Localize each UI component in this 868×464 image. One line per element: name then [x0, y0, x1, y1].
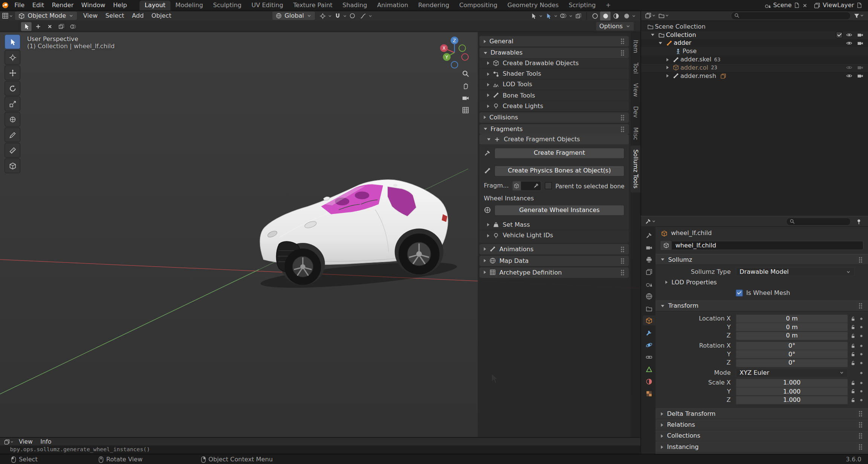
mode-dropdown[interactable]: Object Mode	[14, 11, 78, 20]
cursor-tool[interactable]	[5, 50, 21, 65]
panel-general[interactable]: General	[479, 36, 629, 47]
drag-handle-icon[interactable]	[859, 256, 862, 263]
workspace-tab-layout[interactable]: Layout	[140, 0, 170, 10]
object-id-icon[interactable]	[660, 240, 672, 251]
sidebar-tab-dev[interactable]: Dev	[631, 102, 640, 122]
tab-material[interactable]	[643, 376, 656, 386]
parent-to-bone-checkbox[interactable]	[545, 182, 552, 189]
panel-collisions[interactable]: Collisions	[479, 112, 629, 123]
outliner-display-mode-icon[interactable]	[658, 11, 669, 20]
workspace-tab-rendering[interactable]: Rendering	[413, 0, 454, 10]
scene-selector[interactable]: Scene	[762, 2, 810, 9]
lock-icon[interactable]	[848, 351, 857, 357]
menu-select[interactable]: Select	[101, 12, 128, 19]
lock-icon[interactable]	[848, 389, 857, 394]
generate-wheel-instances-button[interactable]: Generate Wheel Instances	[494, 205, 624, 216]
subpanel-lod-properties[interactable]: LOD Properties	[656, 276, 868, 288]
navigation-gizmo[interactable]: Z X Y	[440, 37, 468, 68]
tab-render[interactable]	[643, 243, 656, 252]
tab-object[interactable]	[643, 316, 656, 325]
measure-tool[interactable]	[5, 143, 21, 158]
add-workspace-button[interactable]: +	[601, 0, 616, 10]
animate-dot[interactable]	[857, 317, 865, 320]
menu-help[interactable]: Help	[109, 2, 131, 9]
subpanel-vehicle-light-ids[interactable]: Vehicle Light IDs	[479, 230, 629, 241]
panel-collections[interactable]: Collections	[656, 430, 868, 441]
outliner-search-input[interactable]	[742, 12, 848, 19]
location-y-field[interactable]: 0 m	[736, 323, 848, 332]
tree-row-adder[interactable]: adder	[641, 39, 868, 47]
pivot-point-icon[interactable]	[317, 11, 328, 20]
car-object[interactable]	[260, 180, 457, 293]
panel-relations[interactable]: Relations	[656, 419, 868, 430]
new-viewlayer-icon[interactable]	[856, 2, 862, 8]
location-x-field[interactable]: 0 m	[736, 314, 848, 323]
drag-handle-icon[interactable]	[620, 50, 624, 56]
subpanel-create-fragment-objects[interactable]: Create Fragment Objects	[479, 134, 629, 145]
panel-animations[interactable]: Animations	[479, 244, 629, 255]
scale-y-field[interactable]: 1.000	[736, 387, 848, 396]
tree-row-adder-skel[interactable]: adder.skel 63	[641, 55, 868, 64]
drag-handle-icon[interactable]	[620, 126, 624, 132]
lock-icon[interactable]	[848, 316, 857, 321]
disable-in-render-icon[interactable]	[855, 32, 865, 38]
workspace-tab-compositing[interactable]: Compositing	[454, 0, 503, 10]
menu-file[interactable]: File	[11, 2, 29, 9]
tab-output[interactable]	[643, 255, 656, 264]
panel-instancing[interactable]: Instancing	[656, 441, 868, 452]
unlink-scene-icon[interactable]	[802, 3, 808, 8]
properties-search-input[interactable]	[797, 218, 848, 225]
panel-delta-transform[interactable]: Delta Transform	[656, 408, 868, 419]
fragment-object-field[interactable]	[512, 181, 541, 191]
animate-dot[interactable]	[857, 353, 865, 355]
sidebar-tab-view[interactable]: View	[631, 79, 640, 101]
rotation-mode-dropdown[interactable]: XYZ Euler	[736, 368, 848, 377]
eyedropper-icon[interactable]	[533, 183, 539, 189]
transform-tool[interactable]	[5, 112, 21, 127]
snap-magnet-icon[interactable]	[332, 11, 343, 20]
subpanel-create-drawable-objects[interactable]: Create Drawable Objects	[479, 58, 629, 69]
lock-icon[interactable]	[848, 324, 857, 330]
overlays-chevron-icon[interactable]	[568, 14, 573, 18]
workspace-tab-geometry-nodes[interactable]: Geometry Nodes	[502, 0, 564, 10]
workspace-tab-texture-paint[interactable]: Texture Paint	[288, 0, 338, 10]
animate-dot[interactable]	[857, 390, 865, 392]
lock-icon[interactable]	[848, 333, 857, 339]
create-physics-bones-button[interactable]: Create Physics Bones at Object(s)	[494, 165, 624, 176]
sidebar-tab-tool[interactable]: Tool	[631, 59, 640, 78]
disable-in-render-icon[interactable]	[855, 40, 865, 47]
tab-physics[interactable]	[643, 340, 656, 350]
select-mode-intersect-icon[interactable]	[67, 22, 78, 31]
drag-handle-icon[interactable]	[620, 246, 624, 252]
annotate-tool[interactable]	[5, 127, 21, 142]
animate-dot[interactable]	[857, 326, 865, 328]
tree-row-adder-mesh[interactable]: adder.mesh	[641, 72, 868, 80]
sidebar-tab-item[interactable]: Item	[631, 36, 640, 57]
tab-scene[interactable]	[643, 279, 656, 289]
rotation-z-field[interactable]: 0°	[736, 358, 848, 367]
animate-dot[interactable]	[857, 399, 865, 401]
location-z-field[interactable]: 0 m	[736, 331, 848, 340]
hide-in-viewport-icon[interactable]	[844, 73, 854, 79]
selectability-icon[interactable]	[528, 11, 539, 20]
tab-world[interactable]	[643, 291, 656, 301]
selectability-chevron-icon[interactable]	[539, 14, 543, 18]
panel-fragments[interactable]: Fragments	[479, 124, 629, 134]
drag-handle-icon[interactable]	[859, 303, 862, 309]
rotation-x-field[interactable]: 0°	[736, 341, 848, 350]
tree-row-adder-col[interactable]: adder.col 23	[641, 64, 868, 72]
shading-rendered-icon[interactable]	[621, 11, 632, 20]
info-menu-info[interactable]: Info	[38, 438, 54, 445]
object-name-field[interactable]	[672, 241, 863, 250]
gizmo-chevron-icon[interactable]	[553, 14, 558, 18]
collection-exclude-checkbox[interactable]	[836, 32, 843, 38]
shading-wireframe-icon[interactable]	[590, 11, 600, 20]
workspace-tab-shading[interactable]: Shading	[338, 0, 372, 10]
scale-z-field[interactable]: 1.000	[736, 395, 848, 404]
subpanel-lod-tools[interactable]: LOD Tools	[479, 79, 629, 90]
drag-handle-icon[interactable]	[859, 411, 862, 417]
shading-chevron-icon[interactable]	[632, 14, 636, 18]
viewport-camera-icon[interactable]	[463, 96, 469, 100]
subpanel-shader-tools[interactable]: Shader Tools	[479, 69, 629, 79]
workspace-tab-sculpting[interactable]: Sculpting	[208, 0, 246, 10]
